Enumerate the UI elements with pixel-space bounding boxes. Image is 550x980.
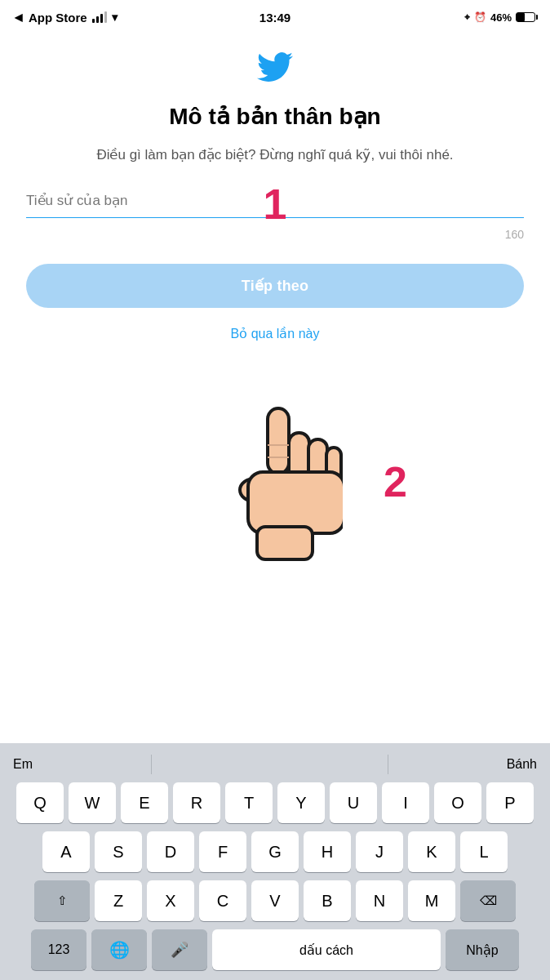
alarm-icon: ⏰ xyxy=(474,11,486,23)
svg-rect-3 xyxy=(326,448,341,492)
key-globe[interactable]: 🌐 xyxy=(91,929,147,970)
status-right: ⌖ ⏰ 46% xyxy=(464,11,535,24)
key-u[interactable]: U xyxy=(330,782,377,823)
status-time: 13:49 xyxy=(259,11,291,24)
svg-rect-6 xyxy=(257,527,313,559)
key-z[interactable]: Z xyxy=(95,880,142,921)
key-row-3: ⇧ Z X C V B N M ⌫ xyxy=(3,880,547,921)
page-subtitle: Điều gì làm bạn đặc biệt? Đừng nghĩ quá … xyxy=(96,145,453,166)
next-button[interactable]: Tiếp theo xyxy=(26,264,524,308)
svg-rect-5 xyxy=(248,472,343,533)
battery-percent: 46% xyxy=(490,11,512,24)
wifi-icon: ▾ xyxy=(112,11,118,24)
key-enter[interactable]: Nhập xyxy=(446,929,519,970)
back-arrow-icon: ◂ xyxy=(15,8,22,26)
keyboard: Em Bánh Q W E R T Y U I O P A S D F G H … xyxy=(0,743,550,980)
suggestion-divider-right xyxy=(388,755,388,774)
key-row-4: 123 🌐 🎤 dấu cách Nhập xyxy=(3,929,547,970)
key-f[interactable]: F xyxy=(199,831,246,872)
key-j[interactable]: J xyxy=(356,831,403,872)
key-c[interactable]: C xyxy=(199,880,246,921)
suggestion-divider-left xyxy=(151,755,152,774)
suggestion-left[interactable]: Em xyxy=(13,757,33,772)
key-e[interactable]: E xyxy=(121,782,168,823)
key-i[interactable]: I xyxy=(382,782,429,823)
status-bar: ◂ App Store ▾ 13:49 ⌖ ⏰ 46% xyxy=(0,0,550,33)
keyboard-bottom-bar xyxy=(3,970,547,977)
skip-link[interactable]: Bỏ qua lần này xyxy=(231,326,320,341)
key-a[interactable]: A xyxy=(42,831,90,872)
key-n[interactable]: N xyxy=(356,880,403,921)
page-title: Mô tả bản thân bạn xyxy=(169,103,380,131)
key-p[interactable]: P xyxy=(486,782,534,823)
key-t[interactable]: T xyxy=(225,782,273,823)
hand-cursor xyxy=(212,400,343,564)
main-content: Mô tả bản thân bạn Điều gì làm bạn đặc b… xyxy=(0,33,550,341)
bio-input[interactable] xyxy=(26,189,524,212)
key-q[interactable]: Q xyxy=(16,782,64,823)
step2-indicator: 2 xyxy=(384,457,407,506)
location-icon: ⌖ xyxy=(464,11,470,23)
key-s[interactable]: S xyxy=(95,831,142,872)
key-g[interactable]: G xyxy=(251,831,299,872)
key-mic[interactable]: 🎤 xyxy=(152,929,207,970)
svg-point-4 xyxy=(240,479,269,501)
key-m[interactable]: M xyxy=(408,880,455,921)
svg-rect-1 xyxy=(289,433,309,490)
key-row-2: A S D F G H J K L xyxy=(3,831,547,872)
status-left: ◂ App Store ▾ xyxy=(15,8,118,26)
key-k[interactable]: K xyxy=(408,831,455,872)
key-x[interactable]: X xyxy=(147,880,194,921)
key-numbers[interactable]: 123 xyxy=(31,929,86,970)
twitter-logo xyxy=(257,49,293,88)
char-count: 160 xyxy=(26,228,524,241)
signal-bars xyxy=(92,11,107,23)
key-h[interactable]: H xyxy=(304,831,351,872)
keyboard-rows: Q W E R T Y U I O P A S D F G H J K L ⇧ … xyxy=(3,782,547,970)
battery-indicator xyxy=(516,12,535,22)
keyboard-suggestions: Em Bánh xyxy=(3,750,547,782)
svg-rect-2 xyxy=(308,439,327,492)
key-shift[interactable]: ⇧ xyxy=(34,880,90,921)
key-r[interactable]: R xyxy=(173,782,220,823)
key-d[interactable]: D xyxy=(147,831,194,872)
bio-input-area xyxy=(26,189,524,218)
carrier-label: App Store xyxy=(29,11,87,24)
key-y[interactable]: Y xyxy=(277,782,325,823)
key-o[interactable]: O xyxy=(434,782,481,823)
suggestion-right[interactable]: Bánh xyxy=(507,757,537,772)
key-w[interactable]: W xyxy=(69,782,116,823)
svg-rect-0 xyxy=(268,408,289,474)
key-l[interactable]: L xyxy=(460,831,508,872)
key-delete[interactable]: ⌫ xyxy=(460,880,516,921)
key-space[interactable]: dấu cách xyxy=(212,929,441,970)
key-row-1: Q W E R T Y U I O P xyxy=(3,782,547,823)
key-v[interactable]: V xyxy=(251,880,299,921)
key-b[interactable]: B xyxy=(304,880,351,921)
